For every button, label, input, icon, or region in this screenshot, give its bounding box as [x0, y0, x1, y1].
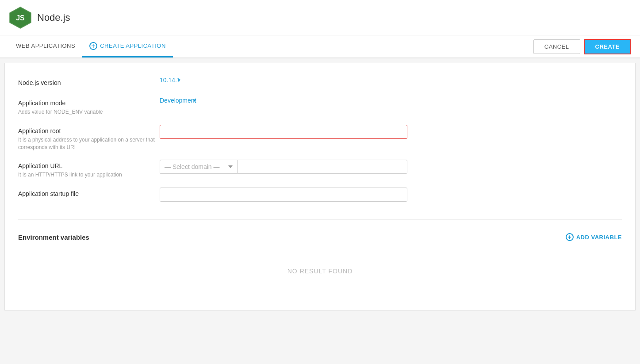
version-dropdown-arrow-icon: ▼: [177, 78, 181, 83]
app-mode-value: Development: [160, 97, 196, 104]
app-root-hint: It is a physical address to your applica…: [18, 136, 160, 151]
main-content: Node.js version 10.14.1 ▼ Application mo…: [4, 63, 636, 310]
nodejs-version-control-col: 10.14.1 ▼: [160, 77, 622, 84]
app-mode-label-col: Application mode Adds value for NODE_ENV…: [18, 97, 160, 116]
version-dropdown-wrapper[interactable]: 10.14.1 ▼: [160, 77, 181, 84]
create-button[interactable]: CREATE: [584, 39, 631, 54]
url-row: — Select domain —: [160, 160, 407, 174]
top-bar: JS Node.js: [0, 0, 640, 35]
app-url-row: Application URL It is an HTTP/HTTPS link…: [18, 160, 622, 179]
app-url-path-input[interactable]: [237, 160, 407, 174]
app-title: Node.js: [37, 12, 70, 23]
nodejs-version-label: Node.js version: [18, 79, 160, 86]
app-url-control-col: — Select domain —: [160, 160, 622, 174]
svg-text:JS: JS: [16, 14, 25, 22]
nodejs-version-label-col: Node.js version: [18, 77, 160, 88]
app-mode-row: Application mode Adds value for NODE_ENV…: [18, 97, 622, 116]
app-startup-row: Application startup file: [18, 188, 622, 202]
mode-dropdown-arrow-icon: ▼: [193, 98, 197, 103]
app-mode-control-col: Development ▼: [160, 97, 622, 104]
tab-create-application[interactable]: + CREATE APPLICATION: [82, 35, 173, 57]
tab-web-applications[interactable]: WEB APPLICATIONS: [9, 35, 82, 57]
nav-actions: CANCEL CREATE: [533, 39, 631, 54]
app-mode-hint: Adds value for NODE_ENV variable: [18, 108, 160, 116]
env-header: Environment variables + ADD VARIABLE: [18, 233, 622, 241]
app-root-row: Application root It is a physical addres…: [18, 125, 622, 151]
app-root-label-col: Application root It is a physical addres…: [18, 125, 160, 151]
mode-dropdown-wrapper[interactable]: Development ▼: [160, 97, 197, 104]
app-root-label: Application root: [18, 127, 160, 134]
app-url-label: Application URL: [18, 162, 160, 169]
nav-bar: WEB APPLICATIONS + CREATE APPLICATION CA…: [0, 35, 640, 58]
app-root-input[interactable]: [160, 125, 407, 139]
env-title: Environment variables: [18, 234, 89, 241]
nodejs-logo: JS: [9, 6, 32, 29]
nav-tabs: WEB APPLICATIONS + CREATE APPLICATION: [9, 35, 173, 57]
nodejs-version-row: Node.js version 10.14.1 ▼: [18, 77, 622, 88]
app-root-control-col: [160, 125, 622, 139]
app-url-label-col: Application URL It is an HTTP/HTTPS link…: [18, 160, 160, 179]
env-section: Environment variables + ADD VARIABLE NO …: [18, 229, 622, 275]
app-mode-label: Application mode: [18, 100, 160, 107]
plus-circle-icon: +: [89, 42, 97, 50]
app-url-hint: It is an HTTP/HTTPS link to your applica…: [18, 171, 160, 179]
cancel-button[interactable]: CANCEL: [533, 39, 580, 54]
app-url-domain-select[interactable]: — Select domain —: [160, 160, 237, 174]
form-section: Node.js version 10.14.1 ▼ Application mo…: [18, 77, 622, 220]
add-variable-icon: +: [566, 233, 574, 241]
app-startup-input[interactable]: [160, 188, 407, 202]
app-startup-label-col: Application startup file: [18, 188, 160, 199]
logo-container: JS Node.js: [9, 6, 70, 29]
app-startup-control-col: [160, 188, 622, 202]
add-variable-button[interactable]: + ADD VARIABLE: [566, 233, 622, 241]
app-startup-label: Application startup file: [18, 190, 160, 197]
add-variable-label: ADD VARIABLE: [576, 234, 622, 241]
no-result-text: NO RESULT FOUND: [18, 268, 622, 275]
